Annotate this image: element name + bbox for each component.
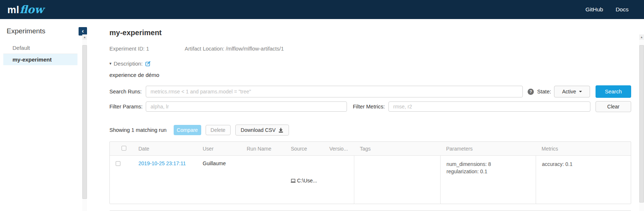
run-user-cell: Guillaume — [197, 156, 241, 204]
filter-params-input[interactable] — [146, 101, 347, 112]
artifact-location: Artifact Location: /mlflow/mlflow-artifa… — [185, 46, 284, 52]
column-header-date[interactable]: Date — [133, 146, 197, 152]
row-checkbox[interactable] — [116, 161, 120, 166]
laptop-icon — [291, 179, 296, 183]
run-name-cell — [241, 156, 285, 204]
run-source-cell: C:\Use... — [285, 156, 323, 204]
experiments-sidebar: Experiments ‹ Default my-experiment ▲ — [0, 19, 88, 211]
run-parameters-cell: num_dimensions: 8 regularization: 0.1 — [440, 156, 536, 204]
main-scrollbar[interactable]: ▲ — [639, 34, 644, 211]
logo-ml-text: ml — [7, 4, 19, 16]
sidebar-item-my-experiment[interactable]: my-experiment — [3, 54, 77, 65]
state-label: State: — [537, 89, 551, 95]
main-scrollbar-thumb[interactable] — [639, 45, 644, 203]
run-tags-cell — [354, 156, 440, 204]
sidebar-item-default[interactable]: Default — [3, 42, 77, 54]
edit-description-icon[interactable] — [145, 61, 151, 66]
experiment-id: Experiment ID: 1 — [109, 46, 185, 52]
runs-table-header: Date User Run Name Source Versio... Tags… — [110, 142, 631, 156]
experiment-title: my-experiment — [109, 29, 636, 37]
dropdown-caret-icon — [579, 91, 582, 92]
download-csv-button[interactable]: Download CSV — [235, 125, 289, 136]
chevron-left-icon: ‹ — [82, 28, 84, 34]
column-header-run-name[interactable]: Run Name — [241, 146, 285, 152]
filter-metrics-label: Filter Metrics: — [353, 104, 385, 110]
sidebar-scrollbar[interactable]: ▲ — [82, 34, 87, 211]
sidebar-title: Experiments — [7, 27, 46, 35]
runs-table: Date User Run Name Source Versio... Tags… — [109, 141, 631, 204]
logo-flow-text: flow — [20, 3, 44, 16]
scroll-up-arrow-icon[interactable]: ▲ — [639, 34, 644, 40]
matching-runs-count: Showing 1 matching run — [109, 127, 167, 133]
experiment-main-panel: my-experiment Experiment ID: 1 Artifact … — [88, 19, 644, 211]
column-header-source[interactable]: Source — [285, 146, 323, 152]
run-metrics-cell: accuracy: 0.1 — [536, 156, 631, 204]
help-icon[interactable]: ? — [528, 89, 534, 95]
column-header-version[interactable]: Versio... — [323, 146, 354, 152]
run-version-cell — [323, 156, 354, 204]
run-date-link[interactable]: 2019-10-25 23:17:11 — [138, 160, 186, 166]
select-all-checkbox[interactable] — [122, 146, 126, 151]
nav-github-link[interactable]: GitHub — [585, 6, 603, 13]
filter-metrics-input[interactable] — [388, 101, 590, 112]
download-icon — [278, 127, 283, 133]
search-runs-input[interactable] — [146, 86, 523, 97]
column-header-tags[interactable]: Tags — [354, 146, 440, 152]
compare-button[interactable]: Compare — [174, 125, 201, 135]
column-header-user[interactable]: User — [197, 146, 241, 152]
sidebar-scrollbar-thumb[interactable] — [82, 45, 87, 199]
filter-params-label: Filter Params: — [109, 104, 146, 110]
top-navbar: mlflow GitHub Docs — [0, 0, 644, 19]
search-runs-label: Search Runs: — [109, 89, 146, 95]
navbar-links: GitHub Docs — [585, 6, 629, 13]
table-row: 2019-10-25 23:17:11 Guillaume C:\Use... — [110, 156, 631, 204]
delete-button[interactable]: Delete — [206, 125, 231, 135]
description-label[interactable]: Description: — [114, 60, 143, 67]
search-button[interactable]: Search — [596, 85, 631, 98]
clear-button[interactable]: Clear — [596, 101, 631, 112]
experiment-meta: Experiment ID: 1 Artifact Location: /mlf… — [109, 46, 636, 52]
mlflow-logo[interactable]: mlflow — [7, 3, 44, 16]
state-dropdown[interactable]: Active — [554, 86, 590, 97]
experiments-list: Default my-experiment — [0, 42, 88, 65]
description-caret-icon[interactable]: ▾ — [109, 61, 112, 66]
scroll-up-arrow-icon[interactable]: ▲ — [82, 34, 87, 40]
column-header-metrics[interactable]: Metrics — [536, 146, 631, 152]
description-text: experience de démo — [109, 72, 636, 78]
nav-docs-link[interactable]: Docs — [616, 6, 629, 13]
column-header-parameters[interactable]: Parameters — [440, 146, 536, 152]
